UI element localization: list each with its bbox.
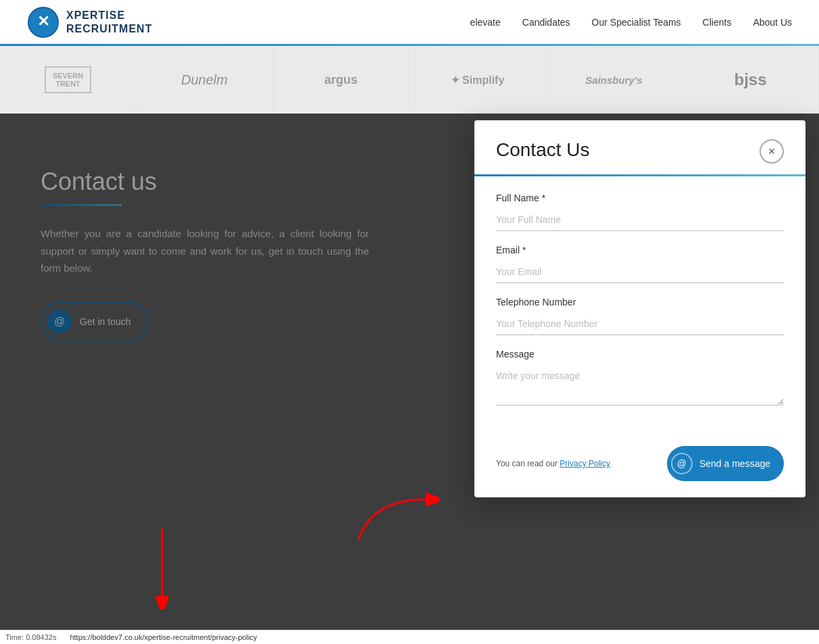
telephone-input[interactable]	[496, 313, 784, 335]
full-name-label: Full Name *	[496, 193, 784, 203]
logo-severn-trent: SEVERN TRENT	[0, 46, 136, 114]
nav-candidates[interactable]: Candidates	[522, 17, 570, 28]
telephone-group: Telephone Number	[496, 297, 784, 335]
nav-elevate[interactable]: elevate	[470, 17, 501, 28]
modal-title: Contact Us	[496, 139, 590, 161]
logo-bjss: bjss	[682, 46, 819, 114]
message-label: Message	[496, 349, 784, 360]
modal-footer: You can read our Privacy Policy @ Send a…	[474, 438, 805, 497]
privacy-text: You can read our Privacy Policy	[496, 459, 610, 468]
brand-logo-icon: ✕	[27, 6, 59, 39]
nav-links: elevate Candidates Our Specialist Teams …	[470, 16, 792, 28]
nav-divider	[0, 44, 819, 46]
nav-clients[interactable]: Clients	[703, 17, 732, 28]
send-label: Send a message	[699, 458, 770, 469]
contact-modal: Contact Us × Full Name * Email * Tel	[474, 120, 805, 497]
status-url: https://bolddev7.co.uk/xpertise-recruitm…	[70, 633, 257, 641]
telephone-label: Telephone Number	[496, 297, 784, 307]
send-icon: @	[671, 453, 693, 474]
privacy-policy-link[interactable]: Privacy Policy	[560, 459, 610, 468]
logo-dunelm: Dunelm	[136, 46, 273, 114]
brand: ✕ XPERTISE RECRUITMENT	[27, 6, 152, 39]
logo-sainsburys: Sainsbury's	[546, 46, 682, 114]
email-input[interactable]	[496, 261, 784, 283]
email-group: Email *	[496, 245, 784, 283]
modal-close-button[interactable]: ×	[760, 139, 784, 164]
logo-argus: argus	[273, 46, 410, 114]
logo-simplify: ✦ Simplify	[410, 46, 546, 114]
navbar: ✕ XPERTISE RECRUITMENT elevate Candidate…	[0, 0, 819, 44]
time-display: Time: 0.08432s	[5, 633, 56, 641]
brand-name: XPERTISE RECRUITMENT	[66, 9, 152, 34]
status-bar: Time: 0.08432s https://bolddev7.co.uk/xp…	[0, 630, 819, 644]
send-message-button[interactable]: @ Send a message	[667, 446, 784, 481]
svg-text:✕: ✕	[37, 13, 49, 30]
modal-header: Contact Us ×	[474, 120, 805, 164]
nav-specialist-teams[interactable]: Our Specialist Teams	[592, 17, 681, 28]
message-group: Message	[496, 349, 784, 408]
full-name-group: Full Name *	[496, 193, 784, 231]
logo-bar: SEVERN TRENT Dunelm argus ✦ Simplify Sai…	[0, 46, 819, 114]
full-name-input[interactable]	[496, 209, 784, 231]
main-area: Contact us Whether you are a candidate l…	[0, 114, 819, 644]
modal-body: Full Name * Email * Telephone Number Mes…	[474, 176, 805, 438]
email-label: Email *	[496, 245, 784, 255]
nav-about-us[interactable]: About Us	[753, 17, 792, 28]
modal-overlay: Contact Us × Full Name * Email * Tel	[0, 114, 819, 644]
message-textarea[interactable]	[496, 365, 784, 405]
